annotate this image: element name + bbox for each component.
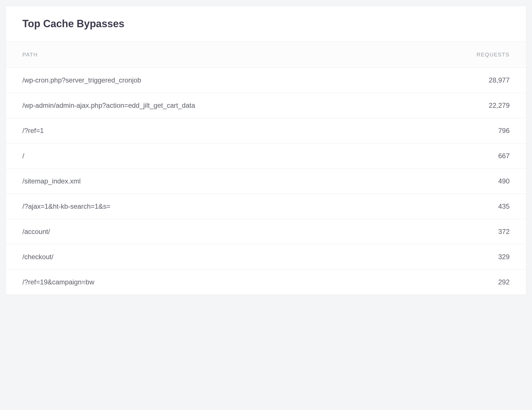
column-header-requests[interactable]: REQUESTS: [476, 52, 510, 58]
cell-path: /?ajax=1&ht-kb-search=1&s=: [22, 202, 476, 210]
cell-requests: 490: [476, 177, 510, 185]
table-row: /sitemap_index.xml490: [6, 169, 526, 194]
cell-path: /: [22, 152, 476, 160]
cell-requests: 292: [476, 278, 510, 286]
cell-path: /?ref=19&campaign=bw: [22, 278, 476, 286]
cell-requests: 372: [476, 228, 510, 236]
table-body: /wp-cron.php?server_triggered_cronjob28,…: [6, 68, 526, 295]
cell-requests: 28,977: [476, 76, 510, 84]
cell-path: /?ref=1: [22, 127, 476, 135]
table-row: /?ref=1796: [6, 118, 526, 143]
cell-requests: 796: [476, 127, 510, 135]
cell-path: /wp-cron.php?server_triggered_cronjob: [22, 76, 476, 84]
table-row: /?ajax=1&ht-kb-search=1&s=435: [6, 194, 526, 219]
table-row: /account/372: [6, 219, 526, 244]
card-header: Top Cache Bypasses: [6, 6, 526, 42]
cell-path: /sitemap_index.xml: [22, 177, 476, 185]
table-header: PATH REQUESTS: [6, 42, 526, 68]
cell-path: /checkout/: [22, 253, 476, 261]
top-cache-bypasses-card: Top Cache Bypasses PATH REQUESTS /wp-cro…: [6, 6, 526, 295]
table-row: /667: [6, 143, 526, 169]
card-title: Top Cache Bypasses: [22, 18, 510, 30]
cell-requests: 435: [476, 202, 510, 210]
cell-requests: 667: [476, 152, 510, 160]
column-header-path[interactable]: PATH: [22, 52, 38, 58]
cell-requests: 22,279: [476, 102, 510, 109]
table-row: /wp-cron.php?server_triggered_cronjob28,…: [6, 68, 526, 93]
cell-path: /account/: [22, 228, 476, 236]
table-row: /wp-admin/admin-ajax.php?action=edd_jilt…: [6, 93, 526, 118]
cell-requests: 329: [476, 253, 510, 261]
table-row: /checkout/329: [6, 244, 526, 270]
cell-path: /wp-admin/admin-ajax.php?action=edd_jilt…: [22, 102, 476, 109]
table-row: /?ref=19&campaign=bw292: [6, 270, 526, 295]
